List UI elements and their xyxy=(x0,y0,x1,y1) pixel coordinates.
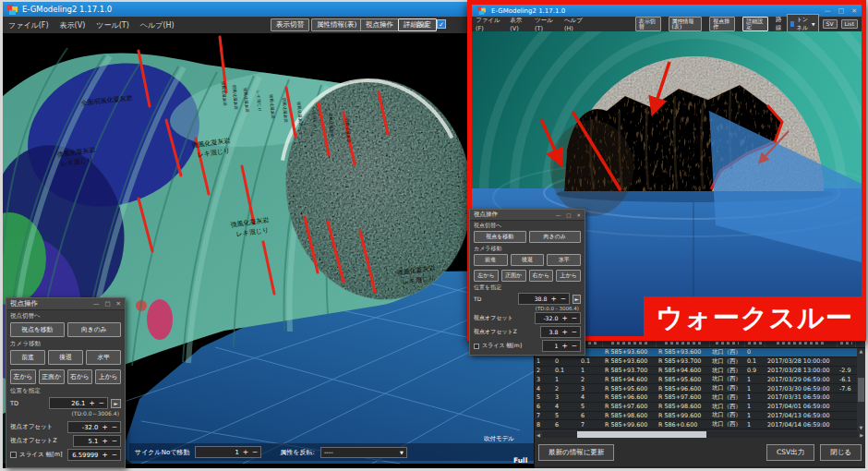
viewpoint-button[interactable]: 視点操作 xyxy=(360,18,399,31)
horizontal-scroll-thumb[interactable] xyxy=(577,431,706,438)
table-row[interactable]: 312R 585+94.600R 585+95.600坑口（西）12017/03… xyxy=(535,375,865,384)
offset-z-input[interactable]: 5.1 + − xyxy=(73,435,121,447)
menu-file[interactable]: ファイル(F) xyxy=(476,17,502,32)
td-minus-button[interactable]: − xyxy=(561,295,566,303)
from-top-button[interactable]: 上から xyxy=(556,270,581,282)
maximize-icon[interactable]: □ xyxy=(566,212,571,218)
viewpoint-panel-titlebar[interactable]: 視点操作 — □ ✕ xyxy=(6,298,125,310)
td-input[interactable]: 26.1 + − xyxy=(49,397,108,409)
table-row[interactable]: 756R 585+98.600R 585+99.600坑口（西）12017/04… xyxy=(535,412,865,421)
cycle-plus-button[interactable]: + xyxy=(243,448,248,456)
offset-z-input[interactable]: 3.8 + − xyxy=(540,326,581,338)
detail-settings-button[interactable]: 詳細設定 xyxy=(742,17,768,31)
cycle-no-input[interactable]: 1 + − xyxy=(195,446,261,458)
vertical-scrollbar[interactable]: ▲ ▼ xyxy=(857,348,865,430)
menu-view[interactable]: 表示(V) xyxy=(60,20,86,30)
front-button[interactable]: 正面か xyxy=(501,270,526,282)
slice-plus-button[interactable]: + xyxy=(561,342,567,350)
td-minus-button[interactable]: − xyxy=(99,399,104,407)
scroll-up-icon[interactable]: ▲ xyxy=(860,348,863,354)
vertical-scroll-thumb[interactable] xyxy=(858,378,864,402)
offset-plus-button[interactable]: + xyxy=(561,314,567,322)
table-header-cell[interactable] xyxy=(745,340,766,347)
sv-button[interactable]: SV xyxy=(823,19,838,29)
table-row[interactable]: 645R 585+97.600R 585+98.600坑口（西）12017/04… xyxy=(535,403,865,412)
menu-help[interactable]: ヘルプ(H) xyxy=(140,20,175,30)
viewpoint-button[interactable]: 視点操作 xyxy=(709,17,735,31)
from-top-button[interactable]: 上から xyxy=(95,369,121,384)
offset-input[interactable]: -32.0 + − xyxy=(67,421,121,433)
from-right-button[interactable]: 右から xyxy=(529,270,554,282)
table-header-cell[interactable] xyxy=(603,340,657,347)
refresh-button[interactable]: 最新の情報に更新 xyxy=(538,444,614,461)
spray-model-dropdown[interactable]: ---- ▼ xyxy=(320,447,407,458)
td-plus-button[interactable]: + xyxy=(89,399,94,407)
td-play-button[interactable]: ► xyxy=(111,399,121,408)
from-left-button[interactable]: 左から xyxy=(10,369,36,384)
forward-button[interactable]: 前進 xyxy=(10,350,45,365)
table-header-cell[interactable] xyxy=(838,340,856,347)
view-toggle-button[interactable]: 表示切替 xyxy=(635,17,661,31)
scroll-down-icon[interactable]: ▼ xyxy=(860,425,863,430)
direction-only-button[interactable]: 向きのみ xyxy=(529,231,582,243)
table-header-cell[interactable] xyxy=(710,340,745,347)
offset-z-plus-button[interactable]: + xyxy=(102,437,107,445)
slice-input[interactable]: 6.59999 + − xyxy=(67,449,121,461)
scroll-right-icon[interactable]: ▶ xyxy=(860,432,863,438)
td-play-button[interactable]: ► xyxy=(573,295,581,304)
direction-only-button[interactable]: 向きのみ xyxy=(67,322,122,337)
menu-file[interactable]: ファイル(F) xyxy=(8,20,49,30)
viewpoint-panel-titlebar[interactable]: 視点操作 — □ ✕ xyxy=(470,210,585,221)
close-icon[interactable]: ✕ xyxy=(116,300,121,308)
cycle-minus-button[interactable]: − xyxy=(252,448,258,456)
table-row[interactable]: 20.11R 585+93.700R 585+94.600坑口（西）0.9201… xyxy=(535,367,865,376)
table-row[interactable]: 423R 585+95.600R 585+96.600坑口（西）12017/03… xyxy=(535,384,865,393)
offset-minus-button[interactable]: − xyxy=(112,423,117,431)
scroll-left-icon[interactable]: ◀ xyxy=(536,432,540,438)
td-input[interactable]: 38.8 + − xyxy=(518,293,570,305)
table-body[interactable]: 000R 585+93.600R 585+93.600坑口（西）0100.1R … xyxy=(535,348,865,430)
route-checkbox[interactable]: ✓ xyxy=(437,19,446,29)
forward-button[interactable]: 前進 xyxy=(474,254,508,266)
list-button[interactable]: List xyxy=(841,19,859,29)
menu-tools[interactable]: ツール(T) xyxy=(535,17,557,32)
menu-view[interactable]: 表示(V) xyxy=(510,17,527,32)
move-viewpoint-button[interactable]: 視点を移動 xyxy=(10,322,65,337)
csv-export-button[interactable]: CSV出力 xyxy=(766,444,814,461)
offset-z-minus-button[interactable]: − xyxy=(112,437,117,445)
slice-input[interactable]: 1 + − xyxy=(542,340,581,352)
slice-minus-button[interactable]: − xyxy=(572,342,577,350)
minimize-icon[interactable]: — xyxy=(556,212,561,218)
offset-plus-button[interactable]: + xyxy=(102,423,107,431)
slice-checkbox[interactable] xyxy=(10,452,17,458)
horizontal-button[interactable]: 水平 xyxy=(86,350,121,365)
backward-button[interactable]: 後退 xyxy=(48,350,83,365)
horizontal-button[interactable]: 水平 xyxy=(547,254,581,266)
from-right-button[interactable]: 右から xyxy=(67,369,93,384)
maximize-icon[interactable]: □ xyxy=(104,300,110,308)
minimize-icon[interactable]: — xyxy=(93,300,100,308)
slice-checkbox[interactable] xyxy=(474,344,479,349)
move-viewpoint-button[interactable]: 視点を移動 xyxy=(474,231,526,243)
from-left-button[interactable]: 左から xyxy=(474,270,499,282)
offset-z-minus-button[interactable]: − xyxy=(572,328,577,336)
table-header-cell[interactable] xyxy=(766,340,838,347)
slice-minus-button[interactable]: − xyxy=(112,451,117,459)
offset-input[interactable]: -32.0 + − xyxy=(535,312,581,324)
close-table-button[interactable]: 閉じる xyxy=(820,444,862,461)
front-button[interactable]: 正面か xyxy=(39,369,65,384)
menu-tools[interactable]: ツール(T) xyxy=(96,20,129,30)
attr-info-button[interactable]: 属性情報(表) xyxy=(311,18,362,31)
offset-z-plus-button[interactable]: + xyxy=(561,328,567,336)
attr-info-button[interactable]: 属性情報(表) xyxy=(669,17,703,31)
table-row[interactable]: 100.1R 585+93.600R 585+93.700坑口（西）0.1201… xyxy=(535,357,865,367)
table-header-cell[interactable] xyxy=(657,340,710,347)
view-toggle-button[interactable]: 表示切替 xyxy=(271,18,309,31)
table-row[interactable]: 534R 585+96.600R 585+97.600坑口（西）12017/03… xyxy=(535,393,865,403)
table-row[interactable]: 867R 585+99.600R 586+0.600坑口（西）12017/04/… xyxy=(535,420,865,429)
slice-plus-button[interactable]: + xyxy=(102,451,107,459)
horizontal-scrollbar[interactable]: ◀ ▶ xyxy=(535,430,865,439)
td-plus-button[interactable]: + xyxy=(550,295,556,303)
backward-button[interactable]: 後退 xyxy=(511,254,545,266)
offset-minus-button[interactable]: − xyxy=(572,314,577,322)
